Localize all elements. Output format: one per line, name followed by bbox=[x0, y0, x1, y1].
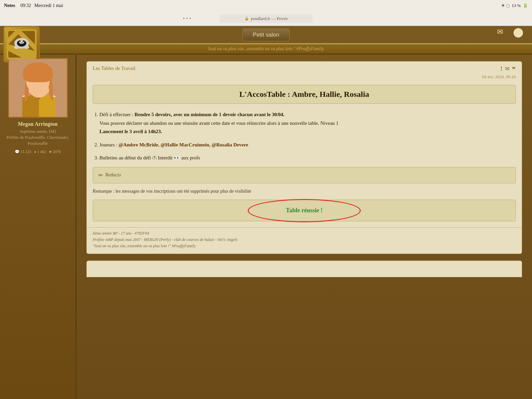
post-content: Défi à effectuer : Rendre 5 devoirs, ave… bbox=[93, 110, 516, 221]
quote-action[interactable]: ❞ bbox=[512, 66, 516, 74]
user-name: Megan Arrington bbox=[18, 121, 58, 127]
list-item-2: Joueurs : @Ambre McBride, @Hallie MacCru… bbox=[99, 141, 516, 149]
status-right-icons: ☀ ◌ 13 % 🔋 bbox=[501, 3, 528, 8]
dots-icon: • • • bbox=[183, 16, 191, 22]
avatar bbox=[9, 59, 67, 117]
exclamation-action[interactable]: ! bbox=[500, 66, 502, 74]
list-item-3: Bulletins au début du défi /!\ Interdit … bbox=[99, 154, 516, 162]
post-title: L'AccosTable : Ambre, Hallie, Rosalia bbox=[100, 90, 509, 99]
footer-line-2: Préfète inRP depuis mai 2047 - MERLIN (P… bbox=[93, 237, 516, 243]
svg-point-5 bbox=[19, 41, 21, 42]
section-title: Les Tables de Travail bbox=[93, 66, 135, 71]
lock-icon: 🔒 bbox=[244, 16, 249, 21]
main-background: POUFSOUFFLE Petit salon Seul on va plus … bbox=[0, 26, 532, 399]
banner-text: Seul on va plus vite, ensemble on va plu… bbox=[208, 46, 324, 51]
bottom-card bbox=[86, 261, 522, 277]
user-stats: 💬 15 225 ● 1 482 ★ 2076 bbox=[15, 149, 61, 154]
post-card: Les Tables de Travail ! ✉ ❞ 04 avr. 2024… bbox=[86, 61, 522, 254]
profile-button[interactable]: ⬤ bbox=[511, 26, 525, 38]
date: Mercredi 1 mai bbox=[34, 3, 501, 8]
svg-point-17 bbox=[26, 68, 52, 98]
list-item-1: Défi à effectuer : Rendre 5 devoirs, ave… bbox=[99, 110, 516, 136]
svg-text:POUFSOUFFLE: POUFSOUFFLE bbox=[13, 52, 30, 55]
challenge-text: Rendre 5 devoirs, avec un minimum de 1 d… bbox=[135, 112, 285, 117]
battery-icon: 13 % bbox=[512, 3, 521, 8]
post-meta: ! ✉ ❞ 04 avr. 2024, 09:16 bbox=[482, 66, 516, 80]
footer-line-3: "Seul on va plus vite, ensemble on va pl… bbox=[93, 243, 516, 249]
svg-point-19 bbox=[42, 82, 49, 89]
mail-button[interactable]: ✉ bbox=[493, 26, 507, 38]
post-date: 04 avr. 2024, 09:16 bbox=[482, 74, 516, 80]
post-body: L'AccosTable : Ambre, Hallie, Rosalia Dé… bbox=[87, 82, 522, 227]
page-header-area: POUFSOUFFLE Petit salon bbox=[0, 26, 532, 43]
svg-point-6 bbox=[23, 41, 24, 42]
player2-link[interactable]: @Hallie MacCruimein bbox=[161, 142, 209, 147]
stat-dots: ● 1 482 bbox=[34, 149, 46, 154]
top-right-icons: ✉ ⬤ bbox=[493, 26, 525, 38]
avatar-svg bbox=[9, 59, 67, 117]
url-text: poudlard.fr — Privée bbox=[251, 16, 288, 21]
footer-line-1: 6ème année RP - 17 ans - #783F04 bbox=[93, 230, 516, 237]
status-bar: Notes 09:32 Mercredi 1 mai ☀ ◌ 13 % 🔋 bbox=[0, 0, 532, 11]
svg-point-8 bbox=[24, 46, 29, 49]
user-year: Septième année, [M] Préfète de Poufsouff… bbox=[0, 128, 75, 147]
mail-action[interactable]: ✉ bbox=[505, 66, 509, 74]
dot-icon: ● bbox=[34, 149, 36, 154]
post-header: Les Tables de Travail ! ✉ ❞ 04 avr. 2024… bbox=[87, 62, 522, 82]
svg-point-7 bbox=[14, 46, 19, 49]
svg-point-18 bbox=[29, 82, 36, 89]
wifi-icon: ☀ ◌ bbox=[501, 3, 510, 8]
remark-text: Remarque : les messages de vos inscripti… bbox=[93, 187, 516, 195]
main-content[interactable]: Les Tables de Travail ! ✉ ❞ 04 avr. 2024… bbox=[76, 55, 532, 399]
reducio-box: ✏ Reducio bbox=[93, 167, 516, 183]
player3-link[interactable]: @Rosalia Devere bbox=[212, 142, 248, 147]
browser-chrome: • • • 🔒 poudlard.fr — Privée bbox=[0, 11, 532, 26]
stat-messages: 💬 15 225 bbox=[15, 149, 31, 154]
content-area: Megan Arrington Septième année, [M] Préf… bbox=[0, 55, 532, 399]
success-text: Table réussie ! bbox=[286, 207, 323, 214]
challenge-rest: Vous pouvez déclarer un abandon ou une r… bbox=[99, 120, 338, 126]
url-bar[interactable]: 🔒 poudlard.fr — Privée bbox=[219, 14, 313, 23]
avatar-container bbox=[8, 58, 68, 118]
stat-stars: ★ 2076 bbox=[49, 149, 61, 154]
battery-bar: 🔋 bbox=[523, 3, 528, 8]
success-box: Table réussie ! bbox=[93, 200, 516, 221]
top-banner: Seul on va plus vite, ensemble on va plu… bbox=[0, 43, 532, 55]
launch-text: Lancement le 3 avril à 14h23. bbox=[99, 129, 162, 134]
time: 09:32 bbox=[20, 3, 31, 8]
app-name: Notes bbox=[4, 3, 15, 8]
post-title-box: L'AccosTable : Ambre, Hallie, Rosalia bbox=[93, 85, 516, 104]
player1-link[interactable]: @Ambre McBride bbox=[119, 142, 158, 147]
crest-svg: POUFSOUFFLE bbox=[7, 29, 37, 59]
petit-salon-button[interactable]: Petit salon bbox=[242, 29, 289, 41]
post-actions: ! ✉ ❞ bbox=[482, 66, 516, 74]
star-icon: ★ bbox=[49, 149, 52, 154]
post-footer: 6ème année RP - 17 ans - #783F04 Préfète… bbox=[87, 227, 522, 254]
bulletin-text: Bulletins au début du défi /!\ Interdit … bbox=[99, 155, 200, 160]
sidebar: Megan Arrington Septième année, [M] Préf… bbox=[0, 55, 76, 399]
svg-point-4 bbox=[19, 40, 24, 44]
messages-icon: 💬 bbox=[15, 149, 20, 154]
reducio-icon: ✏ bbox=[98, 171, 103, 180]
reducio-label: Reducio bbox=[105, 171, 121, 179]
